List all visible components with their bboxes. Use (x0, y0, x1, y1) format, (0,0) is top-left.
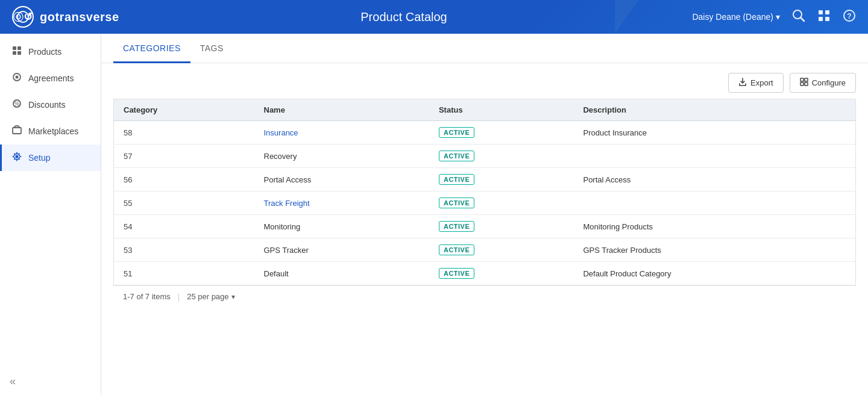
app-layout: Products Agreements % Discounts Marketpl… (0, 34, 868, 395)
svg-rect-7 (825, 17, 829, 21)
cell-status: ACTIVE (429, 238, 574, 262)
cell-description (573, 145, 855, 168)
categories-table: Category Name Status Description 58Insur… (113, 99, 856, 285)
per-page-text: 25 per page (187, 292, 228, 301)
col-header-status: Status (429, 99, 574, 121)
col-header-name: Name (254, 99, 429, 121)
sidebar: Products Agreements % Discounts Marketpl… (0, 34, 101, 395)
marketplaces-icon (11, 125, 22, 137)
header-right: Daisy Deane (Deane) ▾ ? (675, 9, 856, 25)
cell-description: Monitoring Products (573, 215, 855, 238)
sidebar-item-products[interactable]: Products (0, 39, 101, 65)
agreements-icon (11, 72, 22, 84)
user-dropdown-icon: ▾ (776, 12, 780, 22)
svg-rect-10 (13, 46, 16, 50)
sidebar-label-discounts: Discounts (28, 100, 65, 110)
svg-point-0 (14, 12, 23, 21)
svg-line-3 (800, 17, 804, 21)
sidebar-item-agreements[interactable]: Agreements (0, 65, 101, 92)
cell-status: ACTIVE (429, 191, 574, 215)
col-header-category: Category (114, 99, 254, 121)
cell-name[interactable]: Insurance (254, 121, 429, 145)
table-row: 55Track FreightACTIVE (114, 191, 856, 215)
svg-rect-21 (805, 78, 808, 81)
sidebar-item-discounts[interactable]: % Discounts (0, 92, 101, 118)
table-row: 53GPS TrackerACTIVEGPS Tracker Products (114, 238, 856, 262)
cell-description: Portal Access (573, 168, 855, 191)
svg-rect-5 (825, 10, 829, 14)
sidebar-label-agreements: Agreements (28, 73, 74, 83)
logo-icon (12, 6, 34, 28)
cell-name[interactable]: Track Freight (254, 191, 429, 215)
svg-rect-4 (819, 10, 823, 14)
per-page-selector[interactable]: 25 per page ▾ (187, 292, 234, 301)
setup-icon (11, 152, 22, 164)
sidebar-label-setup: Setup (28, 153, 51, 163)
table-row: 58InsuranceACTIVEProduct Insurance (114, 121, 856, 145)
tab-bar: CATEGORIES TAGS (101, 34, 868, 63)
svg-rect-11 (17, 46, 21, 50)
status-badge: ACTIVE (439, 221, 474, 232)
tab-tags[interactable]: TAGS (190, 34, 233, 63)
svg-text:?: ? (847, 12, 851, 20)
user-menu[interactable]: Daisy Deane (Deane) ▾ (692, 12, 780, 22)
cell-category: 58 (114, 121, 254, 145)
app-header: gotransverse Product Catalog Daisy Deane… (0, 0, 868, 34)
toolbar: Export Configure (101, 63, 868, 99)
grid-icon[interactable] (817, 9, 831, 25)
cell-status: ACTIVE (429, 215, 574, 238)
export-button[interactable]: Export (728, 73, 784, 93)
export-label: Export (750, 78, 773, 87)
cell-category: 55 (114, 191, 254, 215)
table-row: 54MonitoringACTIVEMonitoring Products (114, 215, 856, 238)
sidebar-item-marketplaces[interactable]: Marketplaces (0, 118, 101, 145)
pagination-items-text: 1-7 of 7 items (123, 292, 171, 301)
cell-status: ACTIVE (429, 168, 574, 191)
sidebar-label-marketplaces: Marketplaces (28, 126, 78, 136)
svg-point-1 (16, 14, 21, 19)
table-row: 56Portal AccessACTIVEPortal Access (114, 168, 856, 191)
pagination-separator: | (178, 292, 180, 301)
svg-point-15 (16, 76, 19, 79)
export-icon (738, 78, 747, 88)
user-name-text: Daisy Deane (Deane) (692, 12, 773, 22)
cell-status: ACTIVE (429, 121, 574, 145)
svg-text:%: % (14, 101, 20, 107)
sidebar-label-products: Products (28, 47, 61, 57)
categories-table-container: Category Name Status Description 58Insur… (101, 99, 868, 319)
collapse-icon: « (10, 375, 16, 387)
help-icon[interactable]: ? (843, 9, 856, 25)
cell-category: 57 (114, 145, 254, 168)
svg-point-19 (16, 155, 19, 158)
logo-area: gotransverse (12, 6, 133, 28)
svg-rect-13 (17, 51, 21, 55)
table-row: 51DefaultACTIVEDefault Product Category (114, 262, 856, 285)
table-header-row: Category Name Status Description (114, 99, 856, 121)
main-content: CATEGORIES TAGS Export Configure (101, 34, 868, 395)
status-badge: ACTIVE (439, 198, 474, 208)
logo-text: gotransverse (40, 10, 119, 24)
svg-rect-12 (13, 51, 16, 55)
cell-name: Monitoring (254, 215, 429, 238)
sidebar-collapse-button[interactable]: « (0, 368, 101, 395)
configure-button[interactable]: Configure (790, 73, 856, 93)
cell-category: 53 (114, 238, 254, 262)
svg-rect-22 (800, 82, 804, 86)
cell-category: 56 (114, 168, 254, 191)
configure-label: Configure (812, 78, 846, 87)
status-badge: ACTIVE (439, 244, 474, 255)
tab-categories[interactable]: CATEGORIES (113, 34, 190, 63)
cell-name: Default (254, 262, 429, 285)
status-badge: ACTIVE (439, 151, 474, 161)
cell-status: ACTIVE (429, 262, 574, 285)
configure-icon (800, 78, 808, 88)
col-header-description: Description (573, 99, 855, 121)
cell-description: GPS Tracker Products (573, 238, 855, 262)
svg-rect-6 (819, 17, 823, 21)
search-icon[interactable] (792, 9, 805, 25)
svg-rect-20 (800, 78, 804, 81)
svg-rect-23 (805, 82, 808, 86)
cell-category: 54 (114, 215, 254, 238)
pagination-bar: 1-7 of 7 items | 25 per page ▾ (113, 285, 856, 307)
sidebar-item-setup[interactable]: Setup (0, 145, 101, 171)
